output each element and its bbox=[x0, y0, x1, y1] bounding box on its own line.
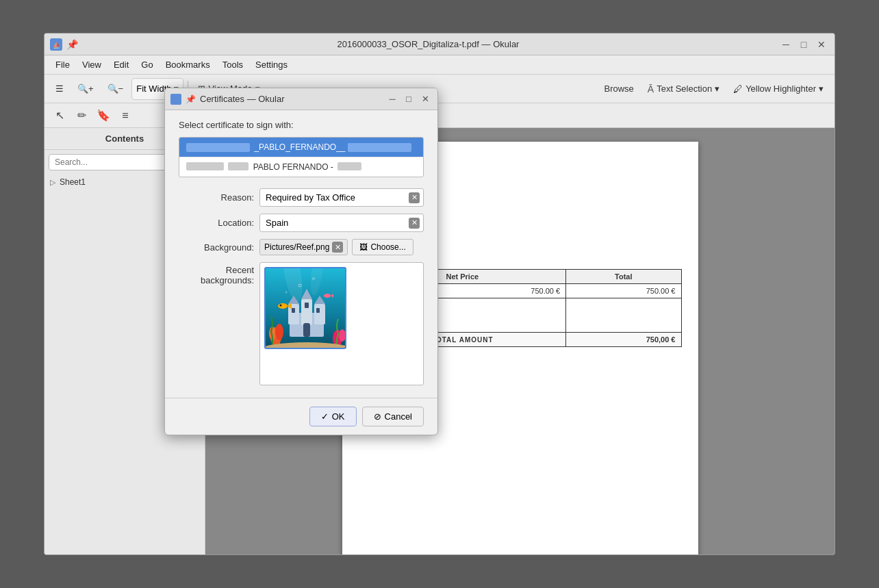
text-selection-chevron-icon: ▾ bbox=[715, 84, 719, 94]
background-file-wrap: Pictures/Reef.png ✕ 🖼 Choose... bbox=[259, 239, 424, 255]
main-window: ⛵ 📌 2016000033_OSOR_Digitaliza-t.pdf — O… bbox=[44, 33, 835, 555]
zoom-out-button[interactable]: 🔍− bbox=[102, 78, 129, 100]
svg-point-19 bbox=[275, 324, 283, 340]
location-row: Location: ✕ bbox=[179, 214, 424, 232]
svg-point-24 bbox=[280, 305, 282, 307]
list-icon: ≡ bbox=[122, 110, 128, 122]
yellow-highlighter-button[interactable]: 🖊 Yellow Highlighter ▾ bbox=[728, 78, 829, 100]
close-button[interactable]: ✕ bbox=[814, 37, 829, 52]
cert2-name: PABLO FERNANDO - bbox=[253, 162, 333, 172]
ok-button[interactable]: ✓ OK bbox=[309, 407, 357, 426]
location-input-wrap: ✕ bbox=[259, 214, 424, 232]
browse-button[interactable]: Browse bbox=[599, 78, 639, 100]
dialog-title-left: 📌 Certificates — Okular bbox=[170, 94, 285, 105]
toolbar: ☰ 🔍+ 🔍− Fit Width ▾ ⊞ View Mode ▾ Browse… bbox=[44, 75, 835, 103]
dialog-pin-icon[interactable]: 📌 bbox=[186, 94, 196, 104]
cert2-blur1 bbox=[186, 162, 224, 170]
svg-rect-14 bbox=[292, 308, 295, 313]
title-controls: ─ □ ✕ bbox=[778, 37, 829, 52]
dialog-title-bar: 📌 Certificates — Okular ─ □ ✕ bbox=[165, 88, 437, 110]
background-label: Background: bbox=[179, 242, 254, 253]
minimize-button[interactable]: ─ bbox=[778, 37, 793, 52]
zoom-out-icon: 🔍− bbox=[107, 84, 124, 94]
image-icon: 🖼 bbox=[359, 242, 368, 252]
cert-item-1[interactable]: ████████████ _PABLO_FERNANDO__ █████████… bbox=[179, 138, 423, 157]
svg-point-25 bbox=[324, 294, 331, 298]
annotation-bookmark-button[interactable]: 🔖 bbox=[94, 106, 113, 125]
annotation-select-button[interactable]: ↖ bbox=[50, 106, 69, 125]
menu-settings[interactable]: Settings bbox=[250, 57, 293, 72]
collapse-icon: ▷ bbox=[50, 178, 55, 187]
menu-edit[interactable]: Edit bbox=[108, 57, 134, 72]
pin-icon[interactable]: 📌 bbox=[66, 39, 78, 50]
content-area: Contents ▷ Sheet1 1 a Brown 3 ga 1496G bbox=[44, 128, 835, 554]
dialog-close-button[interactable]: ✕ bbox=[418, 92, 432, 106]
location-clear-button[interactable]: ✕ bbox=[409, 218, 420, 229]
dialog-title-controls: ─ □ ✕ bbox=[385, 92, 432, 106]
sidebar-item-label: Sheet1 bbox=[60, 177, 86, 187]
dialog-actions: ✓ OK ⊘ Cancel bbox=[165, 398, 437, 435]
text-cursor-icon: Ā bbox=[648, 84, 654, 94]
text-selection-button[interactable]: Ā Text Selection ▾ bbox=[642, 78, 725, 100]
reason-clear-button[interactable]: ✕ bbox=[409, 192, 420, 203]
menu-go[interactable]: Go bbox=[136, 57, 158, 72]
background-choose-button[interactable]: 🖼 Choose... bbox=[352, 239, 413, 255]
background-filename: Pictures/Reef.png bbox=[264, 242, 329, 252]
select-certificate-label: Select certificate to sign with: bbox=[179, 120, 424, 130]
cert1-blur2: ████████████ bbox=[348, 143, 411, 152]
menu-tools[interactable]: Tools bbox=[217, 57, 249, 72]
annotation-list-button[interactable]: ≡ bbox=[116, 106, 135, 125]
pencil-icon: ✏ bbox=[77, 109, 86, 122]
cancel-button[interactable]: ⊘ Cancel bbox=[362, 407, 424, 426]
location-input[interactable] bbox=[259, 214, 424, 232]
pdf-table-header-total: Total bbox=[566, 270, 681, 284]
dialog-maximize-button[interactable]: □ bbox=[402, 92, 416, 106]
recent-backgrounds-grid bbox=[259, 262, 424, 385]
menu-view[interactable]: View bbox=[77, 57, 107, 72]
title-bar: ⛵ 📌 2016000033_OSOR_Digitaliza-t.pdf — O… bbox=[44, 34, 835, 55]
zoom-in-icon: 🔍+ bbox=[77, 84, 94, 94]
ok-label: OK bbox=[332, 411, 345, 422]
sidebar-toggle-button[interactable]: ☰ bbox=[50, 78, 69, 100]
reason-input[interactable] bbox=[259, 188, 424, 207]
bookmark-icon: 🔖 bbox=[97, 109, 110, 122]
svg-rect-8 bbox=[314, 304, 325, 324]
svg-point-22 bbox=[278, 303, 288, 309]
certificates-dialog: 📌 Certificates — Okular ─ □ ✕ Select cer… bbox=[164, 88, 438, 435]
cert2-blur3 bbox=[337, 162, 361, 170]
maximize-button[interactable]: □ bbox=[796, 37, 811, 52]
recent-thumb-reef[interactable] bbox=[264, 267, 346, 349]
location-label: Location: bbox=[179, 218, 254, 228]
menu-bar: File View Edit Go Bookmarks Tools Settin… bbox=[44, 55, 835, 75]
cancel-label: Cancel bbox=[385, 411, 412, 422]
menu-bookmarks[interactable]: Bookmarks bbox=[160, 57, 216, 72]
choose-label: Choose... bbox=[370, 242, 405, 252]
reef-image bbox=[266, 268, 345, 348]
sidebar-toggle-icon: ☰ bbox=[55, 84, 64, 94]
menu-file[interactable]: File bbox=[50, 57, 75, 72]
recent-backgrounds-label: Recent backgrounds: bbox=[179, 262, 254, 285]
text-selection-label: Text Selection bbox=[657, 84, 712, 94]
highlighter-icon: 🖊 bbox=[733, 84, 743, 94]
svg-rect-16 bbox=[303, 323, 310, 337]
ok-check-icon: ✓ bbox=[321, 411, 329, 422]
yellow-highlighter-chevron-icon: ▾ bbox=[819, 84, 824, 94]
recent-backgrounds-row: Recent backgrounds: bbox=[179, 262, 424, 385]
cert2-blur2 bbox=[228, 162, 249, 170]
pdf-cell-total: 750.00 € bbox=[566, 284, 681, 298]
dialog-minimize-button[interactable]: ─ bbox=[385, 92, 399, 106]
browse-label: Browse bbox=[604, 84, 634, 94]
background-remove-button[interactable]: ✕ bbox=[332, 242, 343, 253]
zoom-in-button[interactable]: 🔍+ bbox=[72, 78, 99, 100]
svg-rect-15 bbox=[316, 308, 320, 313]
reason-label: Reason: bbox=[179, 192, 254, 203]
background-row: Background: Pictures/Reef.png ✕ 🖼 Choose… bbox=[179, 239, 424, 255]
dialog-app-icon bbox=[170, 94, 181, 105]
cert-item-2[interactable]: PABLO FERNANDO - bbox=[179, 157, 423, 177]
annotation-draw-button[interactable]: ✏ bbox=[72, 106, 91, 125]
dialog-body: Select certificate to sign with: ███████… bbox=[165, 110, 437, 395]
certificate-list[interactable]: ████████████ _PABLO_FERNANDO__ █████████… bbox=[179, 137, 424, 177]
yellow-highlighter-label: Yellow Highlighter bbox=[746, 84, 816, 94]
svg-text:⛵: ⛵ bbox=[53, 41, 61, 49]
reason-input-wrap: ✕ bbox=[259, 188, 424, 207]
